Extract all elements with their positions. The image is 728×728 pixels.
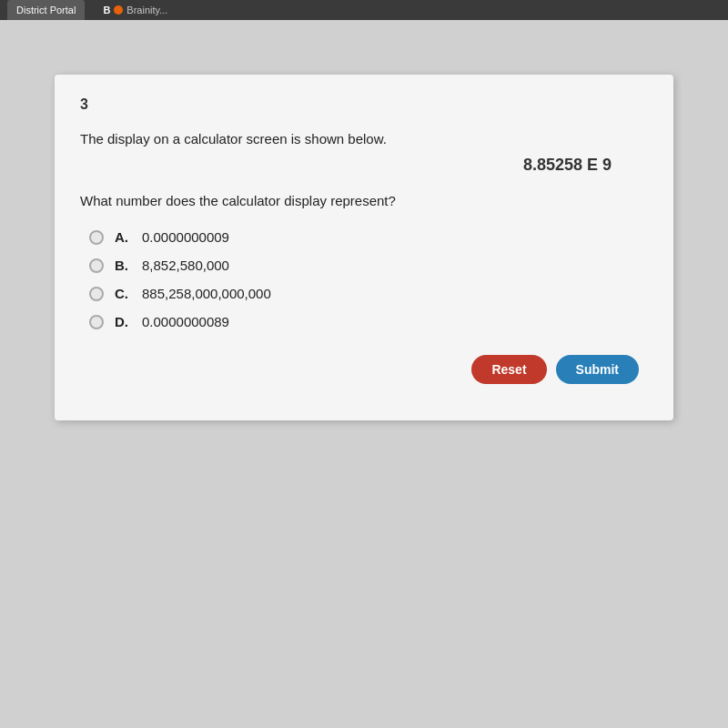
action-buttons-row: Reset Submit (80, 355, 648, 384)
submit-button[interactable]: Submit (556, 355, 639, 384)
option-item-c[interactable]: C. 885,258,000,000,000 (89, 286, 648, 301)
calculator-display: 8.85258 E 9 (80, 156, 648, 175)
option-item-a[interactable]: A. 0.0000000009 (89, 229, 648, 245)
question-number: 3 (80, 96, 648, 113)
options-list: A. 0.0000000009 B. 8,852,580,000 C. 885,… (89, 229, 648, 329)
brainy-label: Brainity... (126, 5, 167, 15)
option-value-d: 0.0000000089 (142, 314, 229, 329)
tab-district-portal[interactable]: District Portal (7, 0, 85, 20)
brainy-bold-b: B (103, 5, 110, 15)
option-label-b: B. (115, 258, 131, 273)
option-item-b[interactable]: B. 8,852,580,000 (89, 258, 648, 273)
radio-c[interactable] (89, 287, 104, 301)
option-value-c: 885,258,000,000,000 (142, 286, 271, 301)
district-portal-label: District Portal (16, 5, 76, 15)
sub-question-text: What number does the calculator display … (80, 191, 648, 212)
radio-b[interactable] (89, 258, 104, 273)
radio-d[interactable] (89, 315, 104, 329)
tab-brainy[interactable]: B Brainity... (94, 3, 177, 17)
reset-button[interactable]: Reset (471, 355, 546, 384)
option-label-c: C. (115, 286, 131, 301)
option-value-a: 0.0000000009 (142, 229, 229, 245)
option-label-d: D. (115, 314, 131, 329)
radio-a[interactable] (89, 230, 104, 245)
question-intro-text: The display on a calculator screen is sh… (80, 129, 648, 150)
question-card: 3 The display on a calculator screen is … (55, 75, 673, 420)
option-item-d[interactable]: D. 0.0000000089 (89, 314, 648, 329)
option-value-b: 8,852,580,000 (142, 258, 229, 273)
main-content-area: 3 The display on a calculator screen is … (0, 20, 728, 728)
orange-dot-icon (114, 5, 123, 15)
browser-chrome: District Portal B Brainity... (0, 0, 728, 20)
option-label-a: A. (115, 229, 131, 245)
